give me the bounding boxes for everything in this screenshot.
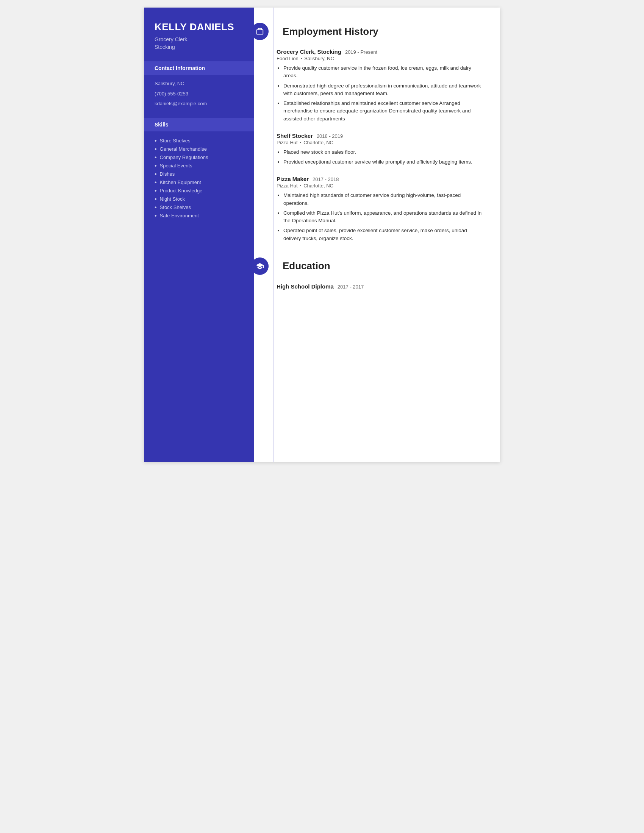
job-bullet: Complied with Pizza Hut's uniform, appea… [283,209,483,225]
contact-content: Salisbury, NC (700) 555-0253 kdaniels@ex… [144,80,254,118]
education-section-title: Education [283,260,330,272]
briefcase-icon [256,27,264,35]
skill-item: General Merchandise [155,145,243,153]
skill-item: Stock Shelves [155,203,243,212]
sidebar: KELLY DANIELS Grocery Clerk, Stocking Co… [144,8,254,462]
company-dot: • [300,183,301,188]
skill-item: Product Knowledge [155,187,243,195]
job-company: Pizza Hut•Charlotte, NC [277,140,483,145]
timeline-line [274,8,274,462]
skill-item: Company Regulations [155,153,243,162]
employment-icon [251,23,269,40]
job-bullets: Provide quality customer service in the … [277,64,483,123]
job-entry: Grocery Clerk, Stocking2019 - PresentFoo… [277,48,483,123]
candidate-name: KELLY DANIELS [155,21,243,33]
company-name: Food Lion [277,56,298,61]
candidate-subtitle: Grocery Clerk, Stocking [155,36,243,51]
contact-city: Salisbury, NC [155,80,243,87]
skills-content: Store ShelvesGeneral MerchandiseCompany … [144,137,254,228]
edu-dates: 2017 - 2017 [338,284,364,289]
job-bullet: Demonstrated high degree of professional… [283,82,483,98]
employment-header: Employment History [277,23,483,40]
job-entry: Pizza Maker2017 - 2018Pizza Hut•Charlott… [277,176,483,242]
job-dates: 2017 - 2018 [312,177,339,182]
main-content: Employment History Grocery Clerk, Stocki… [254,8,500,462]
job-title: Shelf Stocker [277,132,313,139]
job-title-line: Grocery Clerk, Stocking2019 - Present [277,48,483,55]
job-company: Food Lion•Salisbury, NC [277,56,483,61]
skill-item: Kitchen Equipment [155,178,243,187]
job-bullet: Maintained high standards of customer se… [283,191,483,207]
job-dates: 2018 - 2019 [317,133,343,139]
job-bullets: Placed new stock on sales floor.Provided… [277,148,483,166]
education-section: Education High School Diploma2017 - 2017 [277,257,483,289]
job-location: Charlotte, NC [303,140,333,145]
job-title-line: Shelf Stocker2018 - 2019 [277,132,483,139]
job-entry: Shelf Stocker2018 - 2019Pizza Hut•Charlo… [277,132,483,166]
graduation-cap-icon [256,262,264,270]
jobs-container: Grocery Clerk, Stocking2019 - PresentFoo… [277,48,483,242]
contact-section: Contact Information Salisbury, NC (700) … [144,61,254,118]
skills-list: Store ShelvesGeneral MerchandiseCompany … [155,137,243,220]
contact-phone: (700) 555-0253 [155,90,243,97]
job-company: Pizza Hut•Charlotte, NC [277,183,483,188]
company-dot: • [300,140,301,145]
edu-title-line: High School Diploma2017 - 2017 [277,283,483,289]
job-title: Grocery Clerk, Stocking [277,48,341,55]
company-name: Pizza Hut [277,140,298,145]
job-bullet: Provided exceptional customer service wh… [283,158,483,166]
job-dates: 2019 - Present [345,49,377,55]
job-bullet: Operated point of sales, provide excelle… [283,227,483,242]
job-bullet: Placed new stock on sales floor. [283,148,483,156]
skill-item: Dishes [155,170,243,178]
skill-item: Store Shelves [155,137,243,145]
skill-item: Special Events [155,162,243,170]
job-bullet: Established relationships and maintained… [283,100,483,123]
job-location: Charlotte, NC [303,183,333,188]
edu-title: High School Diploma [277,283,334,289]
edu-entry: High School Diploma2017 - 2017 [277,283,483,289]
company-dot: • [301,56,302,61]
education-icon [251,257,269,275]
contact-section-title: Contact Information [144,61,254,75]
skill-item: Night Stock [155,195,243,203]
job-bullets: Maintained high standards of customer se… [277,191,483,242]
employment-section: Employment History Grocery Clerk, Stocki… [277,23,483,242]
company-name: Pizza Hut [277,183,298,188]
job-title-line: Pizza Maker2017 - 2018 [277,176,483,182]
resume-container: KELLY DANIELS Grocery Clerk, Stocking Co… [144,8,500,462]
job-bullet: Provide quality customer service in the … [283,64,483,80]
contact-email: kdaniels@example.com [155,100,243,107]
sidebar-header: KELLY DANIELS Grocery Clerk, Stocking [144,8,254,61]
education-container: High School Diploma2017 - 2017 [277,283,483,289]
job-title: Pizza Maker [277,176,309,182]
skills-section: Skills Store ShelvesGeneral MerchandiseC… [144,118,254,228]
job-location: Salisbury, NC [304,56,334,61]
education-header: Education [277,257,483,275]
skill-item: Safe Environment [155,212,243,220]
employment-section-title: Employment History [283,26,378,37]
skills-section-title: Skills [144,118,254,131]
